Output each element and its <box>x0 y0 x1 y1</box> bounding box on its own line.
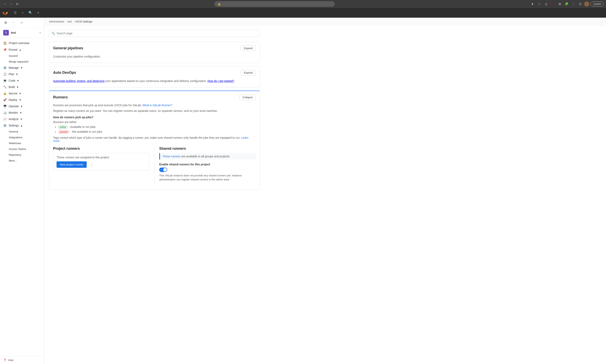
profile-icon1[interactable]: Q <box>543 1 549 7</box>
profile-icon2[interactable]: P <box>550 1 556 7</box>
sidebar-item-repository[interactable]: Repository <box>0 152 44 158</box>
auto-devops-desc-suffix: your applications based on your continuo… <box>105 79 208 83</box>
sidebar-item-settings[interactable]: ⚙️ Settings ▴ <box>0 122 44 129</box>
app-layout: ⊞ ⑂ ✓ T test ▾ 🏠 Project overview 📌 <box>0 18 606 364</box>
these-runners-link[interactable]: These runners <box>162 155 181 158</box>
sidebar-item-deploy[interactable]: 🚀 Deploy ▾ <box>0 97 44 103</box>
sidebar-project-header[interactable]: T test ▾ <box>0 27 44 38</box>
secure-chevron-icon: ▾ <box>19 92 21 95</box>
issues-nav-icon[interactable]: ✦ <box>35 10 41 16</box>
deploy-label: Deploy <box>9 98 17 101</box>
runners-section: Runners Collapse Runners are processes t… <box>49 91 260 190</box>
sidebar-item-access-tokens[interactable]: Access Tokens <box>0 146 44 152</box>
forward-button[interactable]: → <box>9 1 14 7</box>
gitlab-logo[interactable] <box>2 10 8 16</box>
runners-intro-text: Runners are processes that pick up and e… <box>53 104 142 107</box>
search-nav-icon[interactable]: 🔍 <box>27 10 34 16</box>
extensions-icon[interactable]: ⬇ <box>530 1 535 7</box>
toggle-slider: ✓ <box>159 168 167 172</box>
more-options-button[interactable]: ⋮ <box>88 162 95 168</box>
more-label: More... <box>9 159 17 162</box>
auto-devops-expand-button[interactable]: Expand <box>241 70 256 75</box>
monitor-icon: 📊 <box>3 111 7 114</box>
monitor-chevron-icon: ▾ <box>20 111 21 114</box>
refresh-button[interactable]: ↻ <box>15 1 19 7</box>
shared-available-text: are available to all groups and projects… <box>181 155 230 158</box>
top-nav: ☰ + 🔍 ✦ <box>0 8 606 18</box>
runners-collapse-button[interactable]: Collapse <box>239 95 256 100</box>
runner-actions: New project runner ⋮ <box>56 161 146 168</box>
deploy-chevron-icon: ▾ <box>19 98 21 101</box>
todo-icon[interactable]: ✓ <box>18 19 25 26</box>
help-icon: ❓ <box>3 359 6 362</box>
pinned-label: Pinned <box>9 48 17 51</box>
sidebar-item-label: Project overview <box>9 41 41 45</box>
manage-label: Manage <box>9 66 19 69</box>
sidebar-item-general[interactable]: General <box>0 129 44 134</box>
shared-runners-toggle[interactable]: ✓ <box>159 168 167 172</box>
breadcrumb-test[interactable]: test <box>67 20 72 23</box>
settings-chrome-icon[interactable]: ⚙ <box>557 1 563 7</box>
sidebar-item-code[interactable]: 💻 Code ▾ <box>0 77 44 84</box>
general-pipelines-expand-button[interactable]: Expand <box>241 46 256 51</box>
sidebar-footer-help[interactable]: ❓ Help <box>0 356 44 364</box>
sidebar-item-build[interactable]: 🔨 Build ▾ <box>0 84 44 90</box>
sidebar-item-analyze[interactable]: 📈 Analyze ▾ <box>0 116 44 122</box>
build-chevron-icon: ▾ <box>17 85 18 89</box>
paused-badge: paused <box>58 130 69 134</box>
code-chevron-icon: ▾ <box>17 79 19 82</box>
merge-requests-label: Merge requests <box>9 60 27 63</box>
plus-icon[interactable]: + <box>20 10 26 16</box>
issues-badge: 0 <box>16 54 18 57</box>
runners-either: Runners are either: <box>53 120 256 124</box>
sidebar-panel-icon[interactable]: ⊞ <box>2 19 9 26</box>
sidebar-item-monitor[interactable]: 📊 Monitor ▾ <box>0 109 44 116</box>
bookmark-icon[interactable]: ☆ <box>536 1 542 7</box>
search-input[interactable] <box>56 32 257 35</box>
user-avatar[interactable] <box>584 1 589 7</box>
new-project-runner-button[interactable]: New project runner <box>56 161 87 168</box>
sidebar-item-integrations[interactable]: Integrations <box>0 134 44 140</box>
code-icon: 💻 <box>3 79 7 82</box>
screen-icon[interactable]: ⊡ <box>577 1 583 7</box>
analyze-chevron-icon: ▾ <box>21 117 22 121</box>
sidebar-item-plan[interactable]: 📋 Plan ▾ <box>0 71 44 77</box>
update-button[interactable]: Update <box>591 2 604 6</box>
auto-devops-help-link[interactable]: How do I get started? <box>208 79 234 83</box>
sidebar-item-webhooks[interactable]: Webhooks <box>0 140 44 146</box>
project-runners-col: Project runners These runners are assign… <box>53 146 154 185</box>
sidebar-nav: 🏠 Project overview 📌 Pinned ▴ Issues 0 M… <box>0 38 44 356</box>
runners-assigned-box: These runners are assigned to this proje… <box>53 153 149 170</box>
sidebar-item-issues[interactable]: Issues 0 <box>0 53 44 59</box>
auto-devops-section: Auto DevOps Expand Automate building, te… <box>49 66 260 87</box>
sidebar-item-operate[interactable]: 🖥️ Operate ▾ <box>0 103 44 109</box>
enable-shared-title: Enable shared runners for this project <box>159 163 256 166</box>
back-button[interactable]: ← <box>2 1 7 7</box>
breadcrumb-current: CI/CD Settings <box>75 20 92 23</box>
sidebar-item-project-overview[interactable]: 🏠 Project overview <box>0 40 44 47</box>
sidebar-item-secure[interactable]: 🔒 Secure ▾ <box>0 90 44 97</box>
tags-text: Tags control which type of jobs a runner… <box>53 136 256 143</box>
sidebar-item-more[interactable]: More... <box>0 158 44 164</box>
sidebar-item-merge-requests[interactable]: Merge requests 0 <box>0 59 44 65</box>
sidebar-toggle-icon[interactable]: ☰ <box>12 10 18 16</box>
auto-devops-description: Automate building, testing, and deployin… <box>53 79 256 83</box>
puzzle-icon[interactable]: 🧩 <box>564 1 569 7</box>
url-input[interactable]: localhost:5580/root/test/-/settings/ci_c… <box>222 3 331 6</box>
breadcrumb-admin[interactable]: Administrator <box>49 20 64 23</box>
sidebar: ⊞ ⑂ ✓ T test ▾ 🏠 Project overview 📌 <box>0 18 44 364</box>
merge-requests-icon[interactable]: ⑂ <box>11 19 17 26</box>
sidebar-section-pinned[interactable]: 📌 Pinned ▴ <box>0 47 44 53</box>
auto-devops-link[interactable]: Automate building, testing, and deployin… <box>53 79 105 83</box>
what-is-runner-link[interactable]: What is GitLab Runner? <box>142 104 172 107</box>
analyze-icon: 📈 <box>3 117 7 121</box>
more-icon[interactable]: ⋮ <box>570 1 576 7</box>
settings-icon: ⚙️ <box>3 124 7 127</box>
general-pipelines-section: General pipelines Expand Customize your … <box>49 42 260 63</box>
pinned-chevron-icon: ▴ <box>19 48 21 51</box>
code-label: Code <box>9 79 15 82</box>
sidebar-item-manage[interactable]: ⚙️ Manage ▾ <box>0 65 44 71</box>
browser-chrome: ← → ↻ 🔒 localhost:5580/root/test/-/setti… <box>0 0 606 8</box>
breadcrumb: Administrator › test › CI/CD Settings <box>44 18 606 26</box>
auto-devops-body: Automate building, testing, and deployin… <box>49 79 260 87</box>
